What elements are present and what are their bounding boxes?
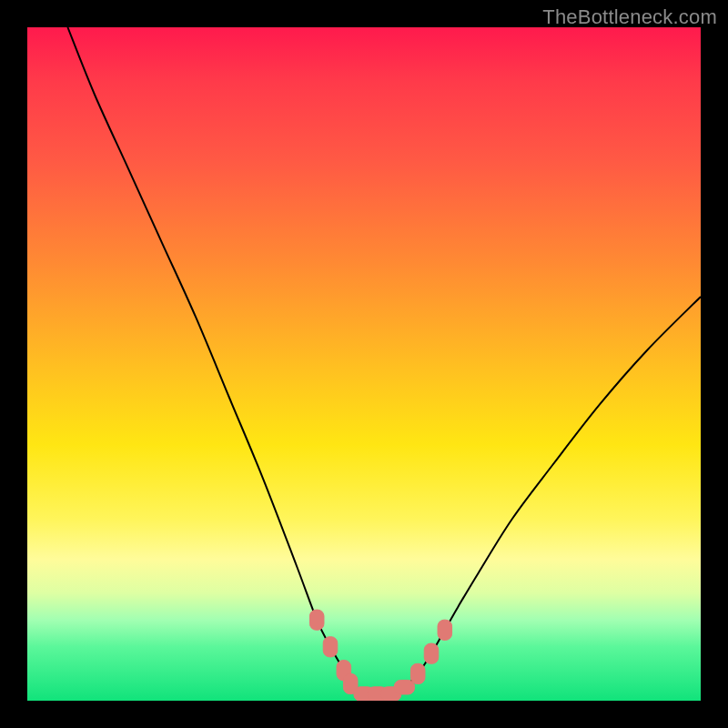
curve-marker xyxy=(410,663,425,683)
curve-marker xyxy=(394,680,414,694)
bottleneck-curve xyxy=(67,27,701,694)
marker-group xyxy=(309,610,451,701)
chart-frame: TheBottleneck.com xyxy=(0,0,728,728)
curve-svg xyxy=(27,27,701,701)
plot-area xyxy=(27,27,701,701)
watermark-text: TheBottleneck.com xyxy=(542,5,717,29)
curve-marker xyxy=(323,637,338,657)
curve-marker xyxy=(309,610,324,630)
curve-marker xyxy=(438,620,452,640)
curve-marker xyxy=(424,643,439,663)
